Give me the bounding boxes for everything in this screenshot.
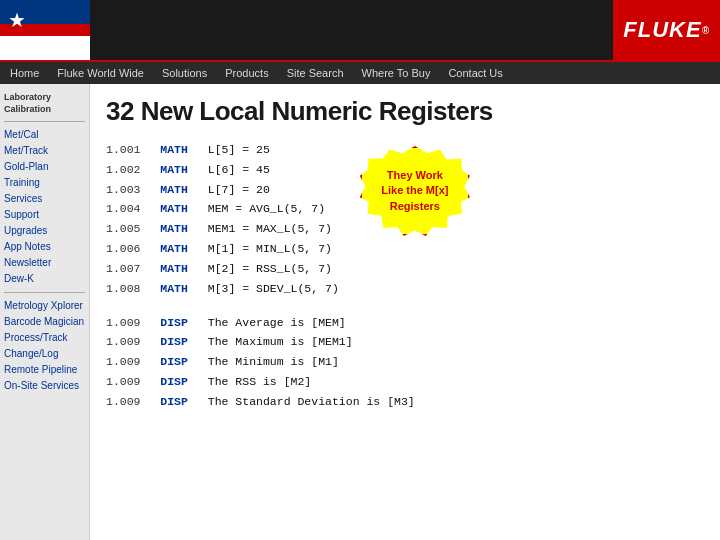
table-row: 1.002 MATH L[6] = 45: [106, 161, 345, 181]
sidebar-item-support[interactable]: Support: [4, 208, 85, 222]
content-area: 1.001 MATH L[5] = 25 1.002 MATH L[6] = 4…: [106, 141, 704, 300]
fluke-brand-name: FLUKE: [623, 17, 701, 43]
row-expr: L[5] = 25: [208, 141, 345, 161]
code-table-math: 1.001 MATH L[5] = 25 1.002 MATH L[6] = 4…: [106, 141, 345, 300]
row-num: 1.004: [106, 200, 147, 220]
nav-contact[interactable]: Contact Us: [448, 67, 502, 79]
row-num: 1.009: [106, 333, 147, 353]
sidebar-item-training[interactable]: Training: [4, 176, 85, 190]
row-expr: The Average is [MEM]: [208, 314, 421, 334]
row-expr: L[7] = 20: [208, 181, 345, 201]
sidebar-item-remotepipeline[interactable]: Remote Pipeline: [4, 363, 85, 377]
row-num: 1.006: [106, 240, 147, 260]
sidebar-item-barcode[interactable]: Barcode Magician: [4, 315, 85, 329]
code-table-disp: 1.009 DISP The Average is [MEM] 1.009 DI…: [106, 314, 421, 413]
row-expr: The RSS is [M2]: [208, 373, 421, 393]
row-cmd: MATH: [147, 141, 208, 161]
navbar: Home Fluke World Wide Solutions Products…: [0, 62, 720, 84]
table-row: 1.009 DISP The Standard Deviation is [M3…: [106, 393, 421, 413]
row-num: 1.002: [106, 161, 147, 181]
row-cmd: DISP: [147, 373, 208, 393]
row-cmd: DISP: [147, 314, 208, 334]
table-row: 1.009 DISP The Minimum is [M1]: [106, 353, 421, 373]
sidebar-item-newsletter[interactable]: Newsletter: [4, 256, 85, 270]
sidebar-item-metcal[interactable]: Met/Cal: [4, 128, 85, 142]
row-num: 1.007: [106, 260, 147, 280]
nav-home[interactable]: Home: [10, 67, 39, 79]
table-row: 1.009 DISP The RSS is [M2]: [106, 373, 421, 393]
row-num: 1.003: [106, 181, 147, 201]
registered-symbol: ®: [702, 25, 710, 36]
row-expr: The Maximum is [MEM1]: [208, 333, 421, 353]
header: FLUKE®: [0, 0, 720, 62]
row-cmd: MATH: [147, 200, 208, 220]
row-cmd: MATH: [147, 161, 208, 181]
row-expr: M[2] = RSS_L(5, 7): [208, 260, 345, 280]
main-content: 32 New Local Numeric Registers 1.001 MAT…: [90, 84, 720, 540]
table-row: 1.001 MATH L[5] = 25: [106, 141, 345, 161]
sidebar-item-xplorer[interactable]: Metrology Xplorer: [4, 299, 85, 313]
page-title: 32 New Local Numeric Registers: [106, 96, 704, 127]
table-row: 1.009 DISP The Average is [MEM]: [106, 314, 421, 334]
sidebar-item-dewk[interactable]: Dew-K: [4, 272, 85, 286]
sidebar-item-mettrack[interactable]: Met/Track: [4, 144, 85, 158]
table-row: 1.005 MATH MEM1 = MAX_L(5, 7): [106, 220, 345, 240]
row-expr: MEM1 = MAX_L(5, 7): [208, 220, 345, 240]
sidebar-item-goldplan[interactable]: Gold-Plan: [4, 160, 85, 174]
row-expr: The Standard Deviation is [M3]: [208, 393, 421, 413]
starburst-badge: They Work Like the M[x] Registers: [355, 141, 475, 241]
row-num: 1.009: [106, 314, 147, 334]
row-cmd: DISP: [147, 393, 208, 413]
table-row: 1.004 MATH MEM = AVG_L(5, 7): [106, 200, 345, 220]
sidebar-item-upgrades[interactable]: Upgrades: [4, 224, 85, 238]
row-expr: MEM = AVG_L(5, 7): [208, 200, 345, 220]
table-row: 1.008 MATH M[3] = SDEV_L(5, 7): [106, 280, 345, 300]
row-expr: M[1] = MIN_L(5, 7): [208, 240, 345, 260]
row-cmd: MATH: [147, 181, 208, 201]
row-cmd: DISP: [147, 333, 208, 353]
table-row: 1.003 MATH L[7] = 20: [106, 181, 345, 201]
table-row: 1.006 MATH M[1] = MIN_L(5, 7): [106, 240, 345, 260]
row-num: 1.001: [106, 141, 147, 161]
sidebar-item-changelog[interactable]: Change/Log: [4, 347, 85, 361]
starburst-text: They Work Like the M[x] Registers: [381, 168, 448, 214]
row-expr: The Minimum is [M1]: [208, 353, 421, 373]
row-cmd: MATH: [147, 280, 208, 300]
row-num: 1.008: [106, 280, 147, 300]
sidebar-item-processtrack[interactable]: Process/Track: [4, 331, 85, 345]
table-row: 1.009 DISP The Maximum is [MEM1]: [106, 333, 421, 353]
sidebar-section-title: Laboratory Calibration: [4, 92, 85, 115]
row-num: 1.009: [106, 353, 147, 373]
nav-worldwide[interactable]: Fluke World Wide: [57, 67, 144, 79]
flag-logo: [0, 0, 90, 60]
row-num: 1.005: [106, 220, 147, 240]
table-row: 1.007 MATH M[2] = RSS_L(5, 7): [106, 260, 345, 280]
row-num: 1.009: [106, 373, 147, 393]
sidebar: Laboratory Calibration Met/Cal Met/Track…: [0, 84, 90, 540]
row-expr: M[3] = SDEV_L(5, 7): [208, 280, 345, 300]
row-expr: L[6] = 45: [208, 161, 345, 181]
nav-where-to-buy[interactable]: Where To Buy: [362, 67, 431, 79]
row-cmd: MATH: [147, 220, 208, 240]
sidebar-item-services[interactable]: Services: [4, 192, 85, 206]
fluke-logo: FLUKE®: [613, 0, 720, 60]
nav-search[interactable]: Site Search: [287, 67, 344, 79]
sidebar-item-appnotes[interactable]: App Notes: [4, 240, 85, 254]
nav-solutions[interactable]: Solutions: [162, 67, 207, 79]
nav-products[interactable]: Products: [225, 67, 268, 79]
row-cmd: MATH: [147, 260, 208, 280]
sidebar-item-onsite[interactable]: On-Site Services: [4, 379, 85, 393]
row-num: 1.009: [106, 393, 147, 413]
row-cmd: MATH: [147, 240, 208, 260]
layout: Laboratory Calibration Met/Cal Met/Track…: [0, 84, 720, 540]
row-cmd: DISP: [147, 353, 208, 373]
